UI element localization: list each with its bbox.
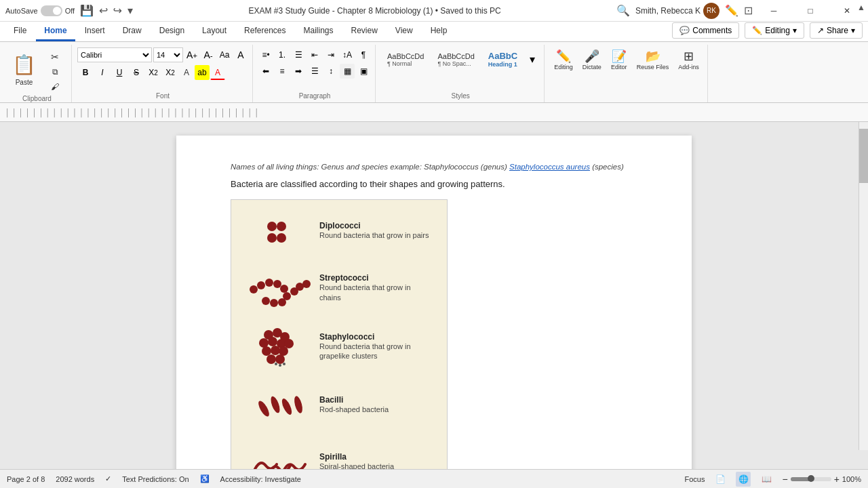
- maximize-button[interactable]: □: [795, 0, 826, 22]
- subscript-button[interactable]: X2: [145, 65, 161, 80]
- style-heading1[interactable]: AaBbC Heading 1: [482, 47, 524, 71]
- font-color-button[interactable]: A: [210, 65, 225, 80]
- svg-point-31: [256, 399, 271, 418]
- shading-button[interactable]: ▦: [340, 64, 355, 79]
- scroll-thumb[interactable]: [859, 129, 868, 183]
- share-button[interactable]: ↗ Share ▾: [810, 22, 863, 39]
- tab-home[interactable]: Home: [36, 22, 75, 41]
- editing-ribbon-button[interactable]: ✏️ Editing: [550, 47, 577, 73]
- zoom-out-button[interactable]: −: [782, 474, 787, 485]
- align-center-button[interactable]: ≡: [275, 64, 290, 79]
- ribbon-toolbar: 📋 Paste ✂ ⧉ 🖌 Clipboard Calibri: [0, 42, 868, 103]
- bullets-button[interactable]: ≡•: [258, 47, 273, 62]
- font-grow-button[interactable]: A+: [184, 47, 199, 62]
- tab-insert[interactable]: Insert: [77, 22, 113, 41]
- staphylococci-info: Staphylococci Round bacteria that grow i…: [319, 332, 433, 361]
- web-layout-button[interactable]: 🌐: [736, 472, 751, 487]
- editor-button[interactable]: 📝 Editor: [607, 47, 631, 73]
- tab-layout[interactable]: Layout: [194, 22, 235, 41]
- editing-button[interactable]: ✏️ Editing ▾: [745, 22, 804, 39]
- numbering-button[interactable]: 1.: [275, 47, 290, 62]
- accessibility-status[interactable]: Accessibility: Investigate: [220, 475, 301, 483]
- font-shrink-button[interactable]: A-: [201, 47, 216, 62]
- justify-button[interactable]: ☰: [307, 64, 322, 79]
- restore-icon[interactable]: ⊡: [744, 4, 753, 17]
- bold-button[interactable]: B: [77, 65, 94, 80]
- redo-icon[interactable]: ↩: [113, 4, 122, 17]
- font-size-select[interactable]: 14: [153, 47, 183, 62]
- species-link[interactable]: Staphylococcus aureus: [509, 163, 590, 171]
- reuse-files-button[interactable]: 📂 Reuse Files: [633, 47, 673, 73]
- status-right: Focus 📄 🌐 📖 − + 100%: [685, 472, 861, 487]
- tab-mailings[interactable]: Mailings: [295, 22, 341, 41]
- undo-icon[interactable]: ↩: [99, 4, 108, 17]
- borders-button[interactable]: ▣: [356, 64, 371, 79]
- align-left-button[interactable]: ⬅: [258, 64, 273, 79]
- highlight-button[interactable]: ab: [195, 65, 210, 80]
- check-mark-icon: ✓: [105, 474, 111, 483]
- show-formatting-button[interactable]: ¶: [356, 47, 371, 62]
- italic-button[interactable]: I: [94, 65, 111, 80]
- increase-indent-button[interactable]: ⇥: [323, 47, 338, 62]
- spirilla-svg: [248, 445, 316, 470]
- sort-button[interactable]: ↕A: [340, 47, 355, 62]
- autosave-toggle[interactable]: [41, 5, 62, 16]
- clear-format-button[interactable]: A: [233, 47, 248, 62]
- vertical-scrollbar[interactable]: [859, 122, 868, 450]
- tab-view[interactable]: View: [387, 22, 421, 41]
- comments-label: Comments: [692, 26, 732, 35]
- staphylococci-name: Staphylococci: [319, 332, 433, 342]
- format-painter-button[interactable]: 🖌: [43, 80, 67, 94]
- search-icon[interactable]: 🔍: [616, 4, 630, 17]
- style-no-space[interactable]: AaBbCcDd ¶ No Spac...: [431, 49, 480, 70]
- add-ins-label: Add-ins: [678, 64, 699, 70]
- font-label: Font: [77, 91, 248, 102]
- print-layout-button[interactable]: 📄: [713, 472, 728, 487]
- change-case-button[interactable]: Aa: [217, 47, 232, 62]
- autosave-label: AutoSave: [5, 7, 38, 15]
- paragraph-content: ≡• 1. ☰ ⇤ ⇥ ↕A ¶ ⬅ ≡ ➡ ☰ ↕ ▦ ▣: [258, 45, 371, 91]
- strikethrough-button[interactable]: S: [128, 65, 144, 80]
- multilevel-button[interactable]: ☰: [291, 47, 306, 62]
- tab-design[interactable]: Design: [151, 22, 193, 41]
- comments-button[interactable]: 💬 Comments: [672, 22, 739, 39]
- align-right-button[interactable]: ➡: [291, 64, 306, 79]
- tab-draw[interactable]: Draw: [115, 22, 150, 41]
- dictate-button[interactable]: 🎤 Dictate: [578, 47, 606, 73]
- save-icon[interactable]: 💾: [80, 4, 94, 17]
- ribbon-collapse-button[interactable]: ▲: [857, 3, 865, 12]
- tab-file[interactable]: File: [5, 22, 35, 41]
- diplococci-svg: [252, 214, 313, 248]
- font-name-select[interactable]: Calibri: [77, 47, 152, 62]
- text-effects-button[interactable]: A: [179, 65, 194, 80]
- read-mode-button[interactable]: 📖: [759, 472, 774, 487]
- add-ins-button[interactable]: ⊞ Add-ins: [674, 47, 703, 73]
- tab-review[interactable]: Review: [343, 22, 386, 41]
- svg-point-23: [262, 346, 271, 356]
- decrease-indent-button[interactable]: ⇤: [307, 47, 322, 62]
- avatar[interactable]: RK: [703, 3, 719, 19]
- customize-icon[interactable]: ▾: [127, 4, 133, 17]
- autosave-state: Off: [65, 7, 75, 15]
- editing-dropdown-icon: ▾: [793, 26, 797, 35]
- line-spacing-button[interactable]: ↕: [323, 64, 338, 79]
- styles-dropdown-button[interactable]: ▾: [525, 52, 540, 67]
- paste-button[interactable]: 📋 Paste: [7, 47, 41, 92]
- svg-point-24: [271, 346, 280, 355]
- copy-button[interactable]: ⧉: [43, 65, 67, 79]
- minimize-button[interactable]: ─: [758, 0, 789, 22]
- tab-help[interactable]: Help: [422, 22, 456, 41]
- focus-button[interactable]: Focus: [685, 475, 705, 483]
- style-normal[interactable]: AaBbCcDd ¶ Normal: [381, 49, 430, 70]
- add-ins-icon: ⊞: [684, 50, 694, 62]
- pen-icon[interactable]: ✏️: [725, 4, 738, 17]
- cut-button[interactable]: ✂: [43, 50, 67, 64]
- underline-button[interactable]: U: [111, 65, 127, 80]
- zoom-slider[interactable]: [791, 477, 831, 481]
- superscript-button[interactable]: X2: [162, 65, 178, 80]
- svg-point-8: [280, 285, 288, 293]
- svg-point-10: [278, 298, 286, 306]
- cut-icon: ✂: [51, 52, 59, 62]
- tab-references[interactable]: References: [236, 22, 294, 41]
- zoom-in-button[interactable]: +: [834, 474, 840, 485]
